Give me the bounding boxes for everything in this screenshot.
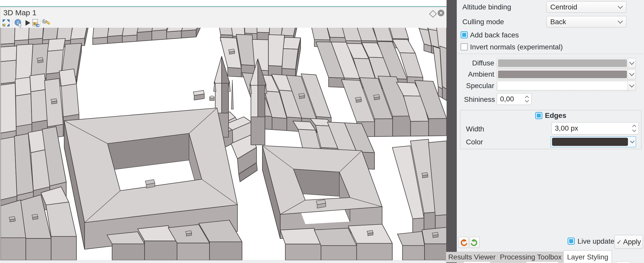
edge-width-label: Width [466,125,484,133]
edges-group-title: Edges [545,112,566,120]
edges-group-header: Edges [460,112,641,120]
configure-icon[interactable] [42,19,51,27]
specular-label: Specular [457,82,494,90]
edge-width-spinbox[interactable]: 3,00 px [552,122,639,134]
map-toolbar: i [0,18,446,27]
clipped-widget [526,261,559,263]
ambient-label: Ambient [457,70,494,78]
separator [458,54,643,54]
map-3d-viewport[interactable] [1,28,447,260]
identify-icon[interactable]: i [14,19,23,27]
tab-layer-styling[interactable]: Layer Styling [564,250,612,263]
edge-color-label: Color [466,138,483,146]
chevron-down-icon [630,139,635,143]
apply-button[interactable]: ✓Apply [614,235,643,249]
toolbar-separator [12,19,12,27]
invert-normals-label: Invert normals (experimental) [470,43,563,51]
undo-button[interactable] [458,237,468,248]
play-animation-icon[interactable] [23,19,32,27]
layer-styling-panel: Altitude binding Centroid Culling mode B… [457,0,644,263]
chevron-down-icon [629,71,634,76]
spin-down-icon[interactable] [525,99,529,103]
bottom-tab-bar: Results Viewer Processing Toolbox Layer … [445,249,644,263]
diffuse-swatch [498,59,627,67]
redo-icon [471,238,479,246]
chevron-down-icon [629,82,634,88]
float-panel-icon[interactable] [429,10,437,18]
diffuse-color-button[interactable] [497,58,636,68]
diffuse-dropdown[interactable] [628,58,636,68]
check-icon: ✓ [616,239,622,245]
edge-color-swatch [552,138,628,146]
save-image-icon[interactable] [31,19,40,27]
map-3d-dock: 3D Map 1 × i [0,7,447,260]
shininess-spinbox[interactable]: 0,00 [497,93,532,105]
edge-color-button[interactable] [551,136,636,147]
specular-dropdown[interactable] [628,81,636,91]
edges-checkbox[interactable] [535,112,542,119]
clipped-widget [464,261,490,263]
specular-color-button[interactable] [497,81,636,91]
invert-normals-checkbox[interactable] [461,43,468,50]
close-panel-icon[interactable]: × [438,10,444,16]
undo-icon [459,238,467,246]
ambient-swatch [498,71,627,78]
dock-divider[interactable] [447,0,457,263]
svg-text:i: i [17,20,19,25]
redo-button[interactable] [469,237,480,248]
culling-mode-label: Culling mode [462,18,504,26]
add-back-faces-checkbox[interactable] [461,31,468,38]
live-update-label: Live update [578,237,614,245]
altitude-binding-select[interactable]: Centroid [546,1,626,13]
status-bar-strip [0,260,447,263]
toolbar-separator [41,19,41,27]
map-panel-title: 3D Map 1 [3,8,36,17]
altitude-binding-label: Altitude binding [462,3,511,11]
chevron-down-icon [618,18,623,23]
tab-results-viewer[interactable]: Results Viewer [446,252,498,262]
city-3d-scene [1,28,447,260]
spin-down-icon[interactable] [632,128,636,132]
live-update-checkbox[interactable] [568,238,575,245]
ambient-dropdown[interactable] [628,70,636,79]
top-strip [0,0,447,6]
ambient-color-button[interactable] [497,69,636,79]
chevron-down-icon [629,60,634,65]
clipped-widget [616,261,631,263]
tab-processing-toolbox[interactable]: Processing Toolbox [499,252,563,262]
specular-swatch [498,82,627,90]
culling-mode-select[interactable]: Back [546,16,626,27]
chevron-down-icon [618,4,623,9]
qgis-window: 3D Map 1 × i [0,0,644,263]
add-back-faces-label: Add back faces [470,31,519,39]
diffuse-label: Diffuse [457,59,494,67]
zoom-full-icon[interactable] [2,19,10,27]
shininess-label: Shininess [457,95,495,104]
